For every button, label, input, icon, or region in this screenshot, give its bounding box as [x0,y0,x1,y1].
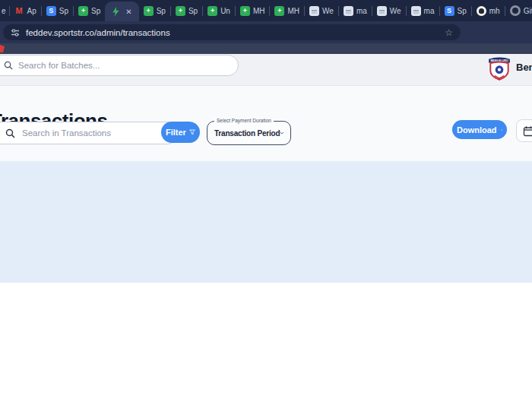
batch-search-placeholder: Search for Batches... [18,61,100,70]
github-icon [477,6,486,16]
site-settings-icon[interactable] [11,28,20,37]
sportstr-blue-icon: S [445,6,454,16]
club-name: Bengaluru [516,62,532,73]
sportstr-green-icon: + [144,6,154,16]
download-icon [501,125,502,135]
browser-tab[interactable]: +Sp [74,0,105,21]
page-icon [309,6,319,16]
sportstr-green-icon: + [176,6,185,16]
tab-label: We [322,7,334,15]
tab-label: MH [287,7,299,15]
tab-label: e [2,7,6,15]
payment-duration-value: Transaction Period [214,129,280,138]
tab-label: Sp [188,7,198,15]
app-navbar [0,43,532,54]
batch-search-input[interactable]: Search for Batches... [0,55,239,76]
transactions-summary-panel: INR 250 Transactions made via Bank Trans… [0,161,532,283]
transactions-table: Student Centre Payment Date Transaction … [0,283,532,399]
tab-label: Sp [157,7,166,15]
funnel-icon [189,128,195,136]
tab-label: Sp [91,7,100,15]
search-icon [5,128,15,138]
browser-toolbar: feddev.sportstr.co/admin/transactions ☆ … [0,21,532,43]
download-report-button[interactable]: Download [452,120,507,139]
tab-label: ma [424,7,435,15]
tab-label: ma [356,7,367,15]
browser-tab[interactable]: e [0,0,9,21]
tab-label: Git [524,7,532,15]
page-icon [377,6,387,16]
filter-button-label: Filter [166,128,186,137]
page-icon [411,6,421,16]
browser-tab[interactable]: SSp [440,0,471,21]
tab-label: Ap [27,7,36,15]
browser-tab[interactable]: mh [472,0,505,21]
browser-tab[interactable]: We [372,0,406,21]
browser-tab[interactable]: +MH [270,0,304,21]
browser-tab-active[interactable]: ✕ [105,2,138,21]
address-bar[interactable]: feddev.sportstr.co/admin/transactions ☆ [3,24,461,40]
tab-label: mh [489,7,500,15]
transactions-search-field[interactable] [0,122,174,144]
browser-tab[interactable]: +Un [203,0,235,21]
screen: { "browser": { "url": "feddev.sportstr.c… [0,0,532,399]
payment-duration-select[interactable]: Select Payment Duration Transaction Peri… [207,121,291,145]
tab-label: Sp [59,7,68,15]
page-icon [344,6,353,16]
sportstr-blue-icon: S [46,6,56,16]
transactions-search-input[interactable] [21,128,145,138]
browser-tab[interactable]: ma [339,0,372,21]
calendar-button[interactable] [516,119,532,142]
browser-tab[interactable]: +Sp [139,0,170,21]
browser-tab-strip: e MAp SSp +Sp ✕ +Sp +Sp +Un +MH +MH We m… [0,0,532,21]
sportstr-green-icon: + [207,6,217,16]
browser-tab[interactable]: +Sp [171,0,202,21]
tab-label: Un [220,7,230,15]
browser-tab[interactable]: MAp [10,0,41,21]
gmail-icon: M [14,6,24,16]
browser-tab[interactable]: Git [505,0,532,21]
bookmark-star-icon[interactable]: ☆ [445,27,453,38]
filter-button[interactable]: Filter [161,122,200,143]
sportstr-green-icon: + [240,6,250,16]
bolt-icon [112,7,120,17]
club-crest-logo: BENGALURU [487,55,511,84]
url-text: feddev.sportstr.co/admin/transactions [26,28,170,37]
download-button-label: Download [457,125,497,135]
sportstr-green-icon: + [78,6,88,16]
tab-label: Sp [458,7,467,15]
chevron-down-icon [280,131,284,135]
search-icon [4,61,13,70]
payment-duration-label: Select Payment Duration [214,118,274,123]
calendar-icon [523,125,532,137]
tab-label: We [390,7,401,15]
browser-tab[interactable]: +MH [236,0,270,21]
browser-tab[interactable]: We [305,0,338,21]
browser-tab[interactable]: SSp [42,0,73,21]
browser-tab[interactable]: ma [407,0,439,21]
sportstr-green-icon: + [274,6,284,16]
tab-label: MH [253,7,265,15]
gray-circle-icon [510,5,521,16]
close-tab-icon[interactable]: ✕ [125,8,131,16]
